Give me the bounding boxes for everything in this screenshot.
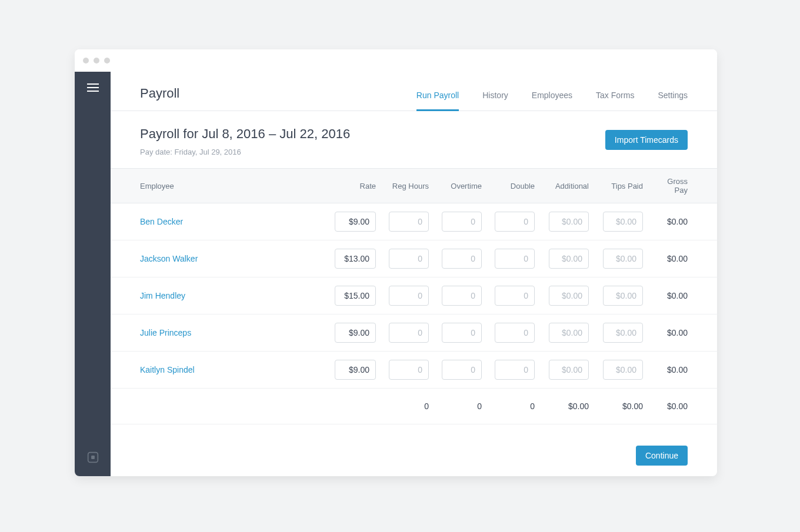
col-rate: Rate — [330, 169, 381, 203]
nav-tabs: Run Payroll History Employees Tax Forms … — [416, 91, 688, 111]
reg-hours-input[interactable] — [389, 212, 429, 232]
double-input[interactable] — [495, 212, 535, 232]
additional-input[interactable] — [549, 286, 589, 306]
gross-pay-cell: $0.00 — [648, 203, 717, 240]
col-double: Double — [486, 169, 539, 203]
additional-input[interactable] — [549, 212, 589, 232]
reg-hours-input[interactable] — [389, 323, 429, 343]
sidebar — [75, 72, 111, 476]
overtime-input[interactable] — [442, 323, 482, 343]
double-input[interactable] — [495, 286, 535, 306]
square-logo-icon — [87, 451, 99, 463]
col-overtime: Overtime — [434, 169, 486, 203]
additional-input[interactable] — [549, 249, 589, 269]
employee-link[interactable]: Ben Decker — [140, 217, 183, 226]
main-content: Payroll Run Payroll History Employees Ta… — [111, 72, 717, 476]
page-title: Payroll — [140, 86, 179, 111]
app-window: Payroll Run Payroll History Employees Ta… — [75, 49, 717, 476]
reg-hours-input[interactable] — [389, 249, 429, 269]
overtime-input[interactable] — [442, 249, 482, 269]
import-timecards-button[interactable]: Import Timecards — [605, 130, 688, 150]
window-titlebar — [75, 49, 717, 72]
reg-hours-input[interactable] — [389, 360, 429, 380]
tips-input[interactable] — [603, 323, 643, 343]
double-input[interactable] — [495, 360, 535, 380]
double-input[interactable] — [495, 249, 535, 269]
employee-link[interactable]: Kaitlyn Spindel — [140, 365, 195, 374]
rate-input[interactable] — [335, 249, 376, 269]
window-dot-max-icon[interactable] — [104, 58, 110, 63]
tab-run-payroll[interactable]: Run Payroll — [416, 91, 459, 111]
tips-input[interactable] — [603, 360, 643, 380]
col-reg-hours: Reg Hours — [381, 169, 434, 203]
table-row: Jackson Walker$0.00 — [111, 240, 717, 277]
table-row: Julie Princeps$0.00 — [111, 314, 717, 352]
gross-pay-cell: $0.00 — [648, 352, 717, 389]
employee-link[interactable]: Jim Hendley — [140, 291, 185, 300]
gross-pay-cell: $0.00 — [648, 277, 717, 314]
pay-date-text: Pay date: Friday, Jul 29, 2016 — [140, 148, 350, 156]
tab-settings[interactable]: Settings — [658, 91, 688, 111]
rate-input[interactable] — [335, 323, 376, 343]
additional-input[interactable] — [549, 360, 589, 380]
payroll-table-wrap: Employee Rate Reg Hours Overtime Double … — [111, 168, 717, 435]
rate-input[interactable] — [335, 360, 376, 380]
overtime-input[interactable] — [442, 286, 482, 306]
table-row: Ben Decker$0.00 — [111, 203, 717, 240]
rate-input[interactable] — [335, 286, 376, 306]
reg-hours-input[interactable] — [389, 286, 429, 306]
double-input[interactable] — [495, 323, 535, 343]
employee-link[interactable]: Jackson Walker — [140, 254, 198, 263]
tab-employees[interactable]: Employees — [532, 91, 572, 111]
table-row: Jim Hendley$0.00 — [111, 277, 717, 314]
tips-input[interactable] — [603, 212, 643, 232]
col-tips-paid: Tips Paid — [594, 169, 648, 203]
total-ot: 0 — [434, 389, 486, 424]
payroll-table: Employee Rate Reg Hours Overtime Double … — [111, 168, 717, 424]
additional-input[interactable] — [549, 323, 589, 343]
continue-button[interactable]: Continue — [636, 446, 688, 466]
subheader: Payroll for Jul 8, 2016 – Jul 22, 2016 P… — [111, 111, 717, 168]
gross-pay-cell: $0.00 — [648, 240, 717, 277]
overtime-input[interactable] — [442, 212, 482, 232]
overtime-input[interactable] — [442, 360, 482, 380]
employee-link[interactable]: Julie Princeps — [140, 328, 191, 337]
totals-row: 0 0 0 $0.00 $0.00 $0.00 — [111, 389, 717, 424]
page-header: Payroll Run Payroll History Employees Ta… — [111, 72, 717, 111]
gross-pay-cell: $0.00 — [648, 314, 717, 352]
tab-tax-forms[interactable]: Tax Forms — [596, 91, 634, 111]
total-dbl: 0 — [486, 389, 539, 424]
total-reg: 0 — [381, 389, 434, 424]
tab-history[interactable]: History — [482, 91, 508, 111]
col-additional: Additional — [539, 169, 594, 203]
hamburger-menu-icon[interactable] — [87, 83, 99, 92]
total-tips: $0.00 — [594, 389, 648, 424]
table-row: Kaitlyn Spindel$0.00 — [111, 352, 717, 389]
rate-input[interactable] — [335, 212, 376, 232]
payroll-period-title: Payroll for Jul 8, 2016 – Jul 22, 2016 — [140, 126, 350, 142]
total-gross: $0.00 — [648, 389, 717, 424]
col-gross-pay: Gross Pay — [648, 169, 717, 203]
svg-rect-1 — [91, 456, 95, 459]
total-add: $0.00 — [539, 389, 594, 424]
window-dot-close-icon[interactable] — [83, 58, 89, 63]
col-employee: Employee — [111, 169, 330, 203]
window-dot-min-icon[interactable] — [94, 58, 99, 63]
tips-input[interactable] — [603, 286, 643, 306]
table-header-row: Employee Rate Reg Hours Overtime Double … — [111, 169, 717, 203]
footer: Continue — [111, 435, 717, 476]
tips-input[interactable] — [603, 249, 643, 269]
